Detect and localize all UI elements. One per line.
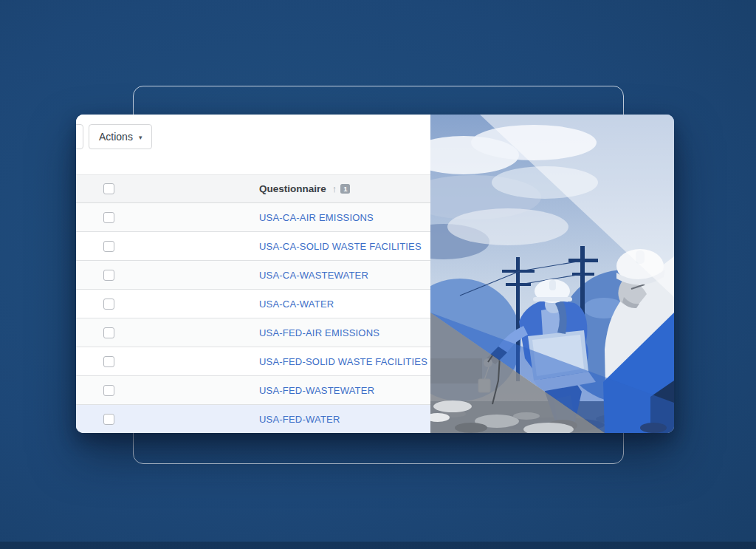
header-checkbox-cell bbox=[76, 183, 259, 194]
table-row[interactable]: USA-CA-WASTEWATER bbox=[76, 261, 430, 290]
actions-button[interactable]: Actions ▾ bbox=[89, 124, 152, 149]
table-row[interactable]: USA-FED-WASTEWATER bbox=[76, 376, 430, 405]
row-label-cell: USA-FED-AIR EMISSIONS bbox=[259, 327, 430, 338]
table-row[interactable]: USA-CA-SOLID WASTE FACILITIES bbox=[76, 232, 430, 261]
row-checkbox[interactable] bbox=[103, 241, 114, 252]
header-label-cell: Questionnaire ↑ 1 bbox=[259, 183, 430, 194]
table-row[interactable]: USA-CA-WATER bbox=[76, 290, 430, 318]
row-checkbox-cell bbox=[76, 212, 259, 223]
sort-ascending-icon[interactable]: ↑ bbox=[332, 183, 337, 194]
field-workers-photo bbox=[430, 115, 674, 433]
column-header-questionnaire[interactable]: Questionnaire bbox=[259, 183, 326, 194]
actions-button-label: Actions bbox=[99, 131, 133, 143]
field-workers-illustration bbox=[430, 115, 674, 433]
questionnaire-link[interactable]: USA-FED-SOLID WASTE FACILITIES bbox=[259, 356, 427, 367]
table-row[interactable]: USA-CA-AIR EMISSIONS bbox=[76, 203, 430, 232]
row-checkbox-cell bbox=[76, 241, 259, 252]
sort-priority-badge: 1 bbox=[340, 184, 350, 194]
row-checkbox-cell bbox=[76, 356, 259, 367]
row-checkbox[interactable] bbox=[103, 356, 114, 367]
cloud bbox=[447, 208, 568, 245]
row-label-cell: USA-CA-SOLID WASTE FACILITIES bbox=[259, 241, 430, 252]
row-checkbox-cell bbox=[76, 270, 259, 281]
table-row[interactable]: USA-FED-SOLID WASTE FACILITIES bbox=[76, 347, 430, 376]
select-all-checkbox[interactable] bbox=[103, 183, 114, 194]
page-background: Actions ▾ Questionnaire ↑ 1 USA-CA-AIR E… bbox=[0, 0, 756, 549]
questionnaire-link[interactable]: USA-FED-WATER bbox=[259, 414, 340, 425]
table-row[interactable]: USA-FED-WATER bbox=[76, 405, 430, 433]
questionnaire-link[interactable]: USA-CA-AIR EMISSIONS bbox=[259, 212, 374, 223]
row-checkbox[interactable] bbox=[103, 299, 114, 310]
questionnaire-card: Actions ▾ Questionnaire ↑ 1 USA-CA-AIR E… bbox=[76, 115, 674, 433]
row-checkbox[interactable] bbox=[103, 212, 114, 223]
table-toolbar: Actions ▾ bbox=[76, 115, 430, 174]
row-checkbox[interactable] bbox=[103, 385, 114, 396]
row-checkbox-cell bbox=[76, 299, 259, 310]
questionnaire-table-pane: Actions ▾ Questionnaire ↑ 1 USA-CA-AIR E… bbox=[76, 115, 430, 433]
row-label-cell: USA-FED-WATER bbox=[259, 414, 430, 425]
row-checkbox[interactable] bbox=[103, 414, 114, 425]
row-checkbox-cell bbox=[76, 385, 259, 396]
questionnaire-link[interactable]: USA-CA-WASTEWATER bbox=[259, 270, 368, 281]
row-checkbox-cell bbox=[76, 327, 259, 338]
questionnaire-link[interactable]: USA-CA-WATER bbox=[259, 299, 334, 310]
row-label-cell: USA-CA-WASTEWATER bbox=[259, 270, 430, 281]
row-label-cell: USA-FED-WASTEWATER bbox=[259, 385, 430, 396]
questionnaire-link[interactable]: USA-FED-WASTEWATER bbox=[259, 385, 374, 396]
table-row[interactable]: USA-FED-AIR EMISSIONS bbox=[76, 318, 430, 347]
row-label-cell: USA-CA-WATER bbox=[259, 299, 430, 310]
table-body: USA-CA-AIR EMISSIONS USA-CA-SOLID WASTE … bbox=[76, 203, 430, 433]
row-checkbox[interactable] bbox=[103, 270, 114, 281]
row-checkbox[interactable] bbox=[103, 327, 114, 338]
row-checkbox-cell bbox=[76, 414, 259, 425]
row-label-cell: USA-FED-SOLID WASTE FACILITIES bbox=[259, 356, 430, 367]
questionnaire-link[interactable]: USA-FED-AIR EMISSIONS bbox=[259, 327, 379, 338]
caret-down-icon: ▾ bbox=[139, 134, 142, 141]
table-header-row: Questionnaire ↑ 1 bbox=[76, 174, 430, 203]
questionnaire-link[interactable]: USA-CA-SOLID WASTE FACILITIES bbox=[259, 241, 422, 252]
cut-off-button[interactable] bbox=[76, 124, 83, 149]
row-label-cell: USA-CA-AIR EMISSIONS bbox=[259, 212, 430, 223]
